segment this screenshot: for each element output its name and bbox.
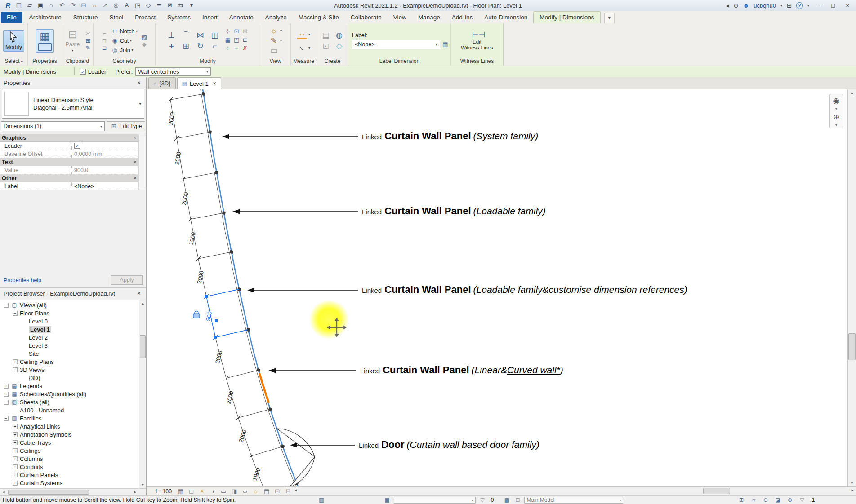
- properties-header[interactable]: Properties ×: [0, 77, 146, 88]
- add-parameter-icon[interactable]: ▦: [441, 41, 449, 48]
- cut-geometry-button[interactable]: ◉ Cut ▾: [111, 36, 138, 45]
- tree-item-conduits[interactable]: +Conduits: [0, 463, 146, 471]
- properties-help-link[interactable]: Properties help: [4, 277, 41, 283]
- tag-icon[interactable]: ◎: [111, 1, 121, 10]
- select-underlay-icon[interactable]: ▱: [749, 497, 758, 503]
- expander-icon[interactable]: −: [13, 311, 18, 316]
- demolish-icon[interactable]: ◆: [140, 41, 148, 48]
- tree-item-3d-views[interactable]: −3D Views: [0, 366, 146, 374]
- type-selector[interactable]: Linear Dimension Style Diagonal - 2.5mm …: [2, 89, 144, 119]
- zoom-icon[interactable]: ⊕: [830, 111, 842, 123]
- offset-copy-icon[interactable]: ⊏: [241, 37, 249, 44]
- expander-icon[interactable]: +: [13, 456, 18, 461]
- search-icon[interactable]: ⊙: [734, 2, 739, 9]
- scale-icon[interactable]: ⊠: [241, 28, 249, 36]
- create-group-icon[interactable]: ⊡: [321, 42, 331, 50]
- undo-icon[interactable]: ↶: [57, 1, 67, 10]
- unpin-icon[interactable]: ⊡: [233, 28, 241, 36]
- tree-item-schedules[interactable]: +▦Schedules/Quantities (all): [0, 390, 146, 398]
- move-icon[interactable]: +: [167, 42, 177, 50]
- steering-wheel-icon[interactable]: ◉: [830, 95, 842, 107]
- expander-icon[interactable]: +: [13, 448, 18, 453]
- properties-scrollbar[interactable]: [138, 134, 145, 190]
- rotate-icon[interactable]: ↻: [196, 42, 205, 50]
- detail-level-icon[interactable]: ▦: [177, 488, 184, 495]
- select-links-icon[interactable]: ⊞: [737, 497, 745, 503]
- hidden-elements-icon[interactable]: ▭: [269, 47, 279, 55]
- tab-modify-dimensions[interactable]: Modify | Dimensions: [533, 11, 600, 23]
- tree-item-ceiling-plans[interactable]: +Ceiling Plans: [0, 358, 146, 366]
- edit-witness-lines-button[interactable]: ⊢⊣ Edit Witness Lines: [458, 30, 496, 52]
- pin-icon[interactable]: ⊹: [224, 28, 232, 36]
- measure-between-refs-icon[interactable]: ↔: [296, 41, 308, 54]
- scrollbar-thumb[interactable]: [140, 335, 146, 358]
- properties-close-icon[interactable]: ×: [135, 79, 143, 86]
- customize-qat-icon[interactable]: ▾: [186, 1, 197, 10]
- measure-icon[interactable]: ↔: [89, 1, 100, 10]
- value-property-value[interactable]: 900.0: [72, 166, 138, 174]
- print-icon[interactable]: ⊟: [78, 1, 89, 10]
- expander-icon[interactable]: +: [4, 392, 9, 397]
- editing-requests-icon[interactable]: ▤: [503, 497, 511, 503]
- filter-icon[interactable]: ▽: [798, 497, 806, 503]
- canvas-vscrollbar[interactable]: ▲ ▼: [847, 89, 856, 486]
- element-filter-dropdown[interactable]: Dimensions (1) ▾: [1, 121, 105, 131]
- delete-icon[interactable]: ✗: [241, 45, 249, 53]
- close-button[interactable]: ×: [843, 2, 852, 9]
- curtain-wall-line[interactable]: [203, 89, 300, 486]
- section-graphics[interactable]: Graphics »: [0, 134, 138, 142]
- scroll-right-icon[interactable]: ►: [849, 487, 856, 495]
- tab-architecture[interactable]: Architecture: [23, 12, 67, 23]
- baseline-offset-value[interactable]: 0.0000 mm: [72, 150, 138, 158]
- mirror-axis-icon[interactable]: ◰: [233, 37, 241, 44]
- tree-item-level-2[interactable]: Level 2: [0, 333, 146, 341]
- tree-item-level-1[interactable]: Level 1: [0, 325, 146, 333]
- array-icon[interactable]: ▦: [224, 37, 232, 44]
- expander-icon[interactable]: +: [13, 432, 18, 437]
- tab-file[interactable]: File: [1, 12, 22, 23]
- tab-insert[interactable]: Insert: [196, 12, 223, 23]
- scrollbar-thumb[interactable]: [8, 490, 89, 495]
- worksharing-display-icon[interactable]: ▤: [263, 488, 270, 495]
- copy-icon[interactable]: ⊞: [84, 38, 92, 44]
- scroll-left-icon[interactable]: ◄: [0, 489, 7, 495]
- create-similar-icon[interactable]: ◍: [334, 31, 344, 40]
- crop-view-icon[interactable]: ▭: [220, 488, 227, 495]
- panel-clipboard-label[interactable]: Clipboard: [62, 58, 93, 66]
- sync-icon[interactable]: ⌂: [46, 1, 57, 10]
- modify-button[interactable]: Modify: [3, 30, 24, 52]
- help-icon[interactable]: ?: [796, 2, 803, 9]
- tree-item-sheets[interactable]: −▧Sheets (all): [0, 398, 146, 406]
- tab-structure[interactable]: Structure: [67, 12, 104, 23]
- project-browser-vscrollbar[interactable]: ▲ ▼: [139, 300, 146, 488]
- tree-item-level-0[interactable]: Level 0: [0, 317, 146, 325]
- scroll-down-icon[interactable]: ▼: [139, 482, 146, 488]
- account-caret-icon[interactable]: ▾: [780, 4, 782, 8]
- tree-item-views[interactable]: −▢Views (all): [0, 301, 146, 309]
- zoom-caret-icon[interactable]: ▾: [835, 124, 837, 127]
- workset-dropdown[interactable]: ▾: [394, 497, 476, 504]
- tab-systems[interactable]: Systems: [161, 12, 196, 23]
- menu-icon[interactable]: ▤: [13, 1, 24, 10]
- expander-icon[interactable]: −: [4, 303, 9, 308]
- signed-in-user[interactable]: ucbqhu0: [753, 2, 776, 9]
- notch-button[interactable]: ⊓ Notch ▾: [111, 27, 138, 35]
- scroll-right-icon[interactable]: ►: [132, 489, 139, 495]
- offset-icon[interactable]: ⌒: [181, 31, 191, 40]
- project-browser-hscrollbar[interactable]: ◄ ►: [0, 488, 146, 495]
- tab-precast[interactable]: Precast: [129, 12, 161, 23]
- measure-ruler-icon[interactable]: ↔: [297, 30, 307, 39]
- open-icon[interactable]: ▱: [24, 1, 35, 10]
- expander-icon[interactable]: −: [13, 367, 18, 372]
- text-icon[interactable]: A: [121, 1, 132, 10]
- panel-select-label[interactable]: Select: [4, 58, 19, 64]
- switch-windows-icon[interactable]: ⇆: [175, 1, 186, 10]
- tree-item-columns[interactable]: +Columns: [0, 455, 146, 463]
- view-reference-icon[interactable]: ☼: [269, 27, 279, 35]
- ribbon-display-toggle[interactable]: ▾: [604, 13, 615, 23]
- default-3d-view-icon[interactable]: ◳: [132, 1, 143, 10]
- minimize-button[interactable]: –: [814, 2, 824, 9]
- annotation-customise-references[interactable]: LinkedCurtain Wall Panel(Loadable family…: [362, 284, 687, 296]
- annotation-loadable-family[interactable]: LinkedCurtain Wall Panel(Loadable family…: [362, 205, 546, 217]
- paste-button[interactable]: ⊟ Paste ▾: [63, 27, 82, 54]
